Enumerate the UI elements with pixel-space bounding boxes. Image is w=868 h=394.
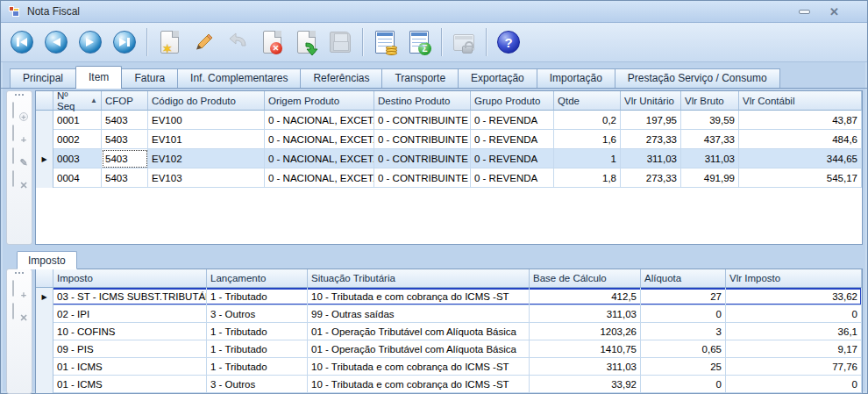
grid-cell[interactable]: 01 - ICMS <box>53 358 207 376</box>
tab-item[interactable]: Item <box>75 66 122 89</box>
grid-cell[interactable]: 311,03 <box>621 149 681 168</box>
tab-principal[interactable]: Principal <box>10 68 76 88</box>
grid-cell[interactable]: 344,65 <box>739 149 862 168</box>
grid-cell[interactable]: 39,59 <box>681 111 739 130</box>
grid-cell[interactable]: EV103 <box>148 168 265 188</box>
minimize-icon[interactable] <box>799 10 810 14</box>
grid-cell[interactable]: 491,99 <box>681 168 739 188</box>
grid-cell[interactable]: 0001 <box>53 111 102 130</box>
column-header-qtde[interactable]: Qtde <box>554 91 621 111</box>
tab-transporte[interactable]: Transporte <box>381 68 459 88</box>
table-row[interactable]: 01 - ICMS1 - Tributado10 - Tributada e c… <box>36 358 862 376</box>
grip-dots-icon[interactable] <box>15 272 24 274</box>
grid-cell[interactable]: 0 <box>641 376 726 393</box>
values-totals-button[interactable] <box>371 27 399 57</box>
grid-cell[interactable]: 43,87 <box>739 111 862 130</box>
sum-totals-button[interactable]: Σ <box>405 27 433 57</box>
table-row[interactable]: 00025403EV1010 - NACIONAL, EXCET...0 - C… <box>36 130 862 149</box>
delete-row-button[interactable]: ✕ <box>12 171 26 188</box>
grid-cell[interactable]: 1 - Tributado <box>207 340 308 358</box>
row-selector[interactable] <box>36 323 53 340</box>
grid-cell[interactable]: EV101 <box>148 130 265 149</box>
grid-cell[interactable]: 0,65 <box>641 340 726 358</box>
column-header-cfop[interactable]: CFOP <box>102 91 148 111</box>
tab-fatura[interactable]: Fatura <box>121 68 178 88</box>
grid-cell[interactable]: 311,03 <box>530 305 641 323</box>
table-row[interactable]: 01 - ICMS3 - Outros10 - Tributada e com … <box>36 376 862 393</box>
grid-cell[interactable]: 0,2 <box>554 111 621 130</box>
first-record-button[interactable] <box>8 27 36 57</box>
add-row-button[interactable]: + <box>12 103 26 119</box>
grid-cell[interactable]: 5403 <box>102 168 148 188</box>
column-header-vlr-cont-bil[interactable]: Vlr Contábil <box>739 91 862 111</box>
tab-refer-ncias[interactable]: Referências <box>300 68 382 88</box>
grid-cell[interactable]: 311,03 <box>681 149 739 168</box>
row-selector[interactable] <box>36 111 53 130</box>
column-header-situa-o-tribut-ria[interactable]: Situação Tributária <box>308 269 530 288</box>
grid-cell[interactable]: 1203,26 <box>530 323 641 340</box>
column-header-al-quota[interactable]: Alíquota <box>641 269 726 288</box>
grid-cell[interactable]: 311,03 <box>530 358 641 376</box>
grid-cell[interactable]: 36,1 <box>726 323 862 340</box>
grid-cell[interactable]: 0 - CONTRIBUINTE ... <box>374 149 471 168</box>
grid-cell[interactable]: 5403 <box>102 111 148 130</box>
column-header-c-digo-do-produto[interactable]: Código do Produto <box>148 91 265 111</box>
column-header-imposto[interactable]: Imposto <box>53 269 207 288</box>
grid-cell[interactable]: 01 - Operação Tributável com Alíquota Bá… <box>308 340 530 358</box>
grid-cell[interactable]: 273,33 <box>621 168 681 188</box>
grid-cell[interactable]: 1410,75 <box>530 340 641 358</box>
grid-cell[interactable]: 0 - REVENDA <box>471 168 554 188</box>
grid-cell[interactable]: 1 <box>554 149 621 168</box>
post-record-button[interactable] <box>292 27 320 57</box>
grid-cell[interactable]: 01 - ICMS <box>53 376 207 393</box>
last-record-button[interactable] <box>110 27 139 57</box>
column-header-base-de-c-lculo[interactable]: Base de Cálculo <box>530 269 641 288</box>
tab-exporta-o[interactable]: Exportação <box>458 68 537 88</box>
insert-row-button[interactable]: + <box>12 125 26 142</box>
column-header-lan-amento[interactable]: Lançamento <box>207 269 308 288</box>
grid-cell[interactable]: 0 - NACIONAL, EXCET... <box>265 111 374 130</box>
delete-tax-button[interactable]: ✕ <box>12 304 26 320</box>
grid-cell[interactable]: 0 - NACIONAL, EXCET... <box>265 168 374 188</box>
grid-cell[interactable]: 9,17 <box>726 340 862 358</box>
grid-cell[interactable]: 3 - Outros <box>207 305 308 323</box>
grid-cell[interactable]: 27 <box>641 288 726 305</box>
grid-cell[interactable]: 0 - CONTRIBUINTE ... <box>374 168 471 188</box>
tab-imposto[interactable]: Imposto <box>17 251 77 269</box>
grid-cell[interactable]: 1,6 <box>554 130 621 149</box>
grid-cell[interactable]: 0 - REVENDA <box>471 130 554 149</box>
grid-cell[interactable]: 0003 <box>53 149 102 168</box>
row-selector[interactable] <box>36 130 53 149</box>
grip-dots-icon[interactable] <box>15 94 24 96</box>
table-row[interactable]: 00045403EV1030 - NACIONAL, EXCET...0 - C… <box>36 168 862 188</box>
tab-inf-complementares[interactable]: Inf. Complementares <box>177 68 301 88</box>
grid-cell[interactable]: 1,8 <box>554 168 621 188</box>
grid-cell[interactable]: 33,62 <box>726 288 862 305</box>
row-selector[interactable] <box>36 340 53 358</box>
table-row[interactable]: ▶00035403EV1020 - NACIONAL, EXCET...0 - … <box>36 149 862 168</box>
column-header-grupo-produto[interactable]: Grupo Produto <box>471 91 554 111</box>
next-record-button[interactable] <box>76 27 104 57</box>
grid-cell[interactable]: 0002 <box>53 130 102 149</box>
row-selector[interactable] <box>36 168 53 188</box>
grid-cell[interactable]: EV100 <box>148 111 265 130</box>
grid-cell[interactable]: 437,33 <box>681 130 739 149</box>
table-row[interactable]: ▶03 - ST - ICMS SUBST.TRIBUTÁRIA1 - Trib… <box>36 288 862 305</box>
grid-cell[interactable]: 412,5 <box>530 288 641 305</box>
grid-cell[interactable]: 10 - Tributada e com cobrança do ICMS -S… <box>308 288 530 305</box>
grid-cell[interactable]: 01 - Operação Tributável com Alíquota Bá… <box>308 323 530 340</box>
grid-cell[interactable]: 09 - PIS <box>53 340 207 358</box>
grid-cell[interactable]: 484,6 <box>739 130 862 149</box>
grid-cell[interactable]: 10 - Tributada e com cobrança do ICMS -S… <box>308 376 530 393</box>
grid-cell[interactable]: 0 - REVENDA <box>471 111 554 130</box>
column-header-vlr-unit-rio[interactable]: Vlr Unitário <box>621 91 681 111</box>
table-row[interactable]: 09 - PIS1 - Tributado01 - Operação Tribu… <box>36 340 862 358</box>
grid-cell[interactable]: 0 - REVENDA <box>471 149 554 168</box>
tab-presta-o-servi-o-consumo[interactable]: Prestação Serviço / Consumo <box>615 68 780 88</box>
grid-cell[interactable]: 0 <box>726 376 862 393</box>
edit-row-button[interactable]: ✎ <box>12 148 26 165</box>
grid-cell[interactable]: 10 - Tributada e com cobrança do ICMS -S… <box>308 358 530 376</box>
edit-record-button[interactable] <box>189 27 217 57</box>
grid-cell[interactable]: 0 - NACIONAL, EXCET... <box>265 130 374 149</box>
grid-cell[interactable]: 0 - CONTRIBUINTE ... <box>374 111 471 130</box>
